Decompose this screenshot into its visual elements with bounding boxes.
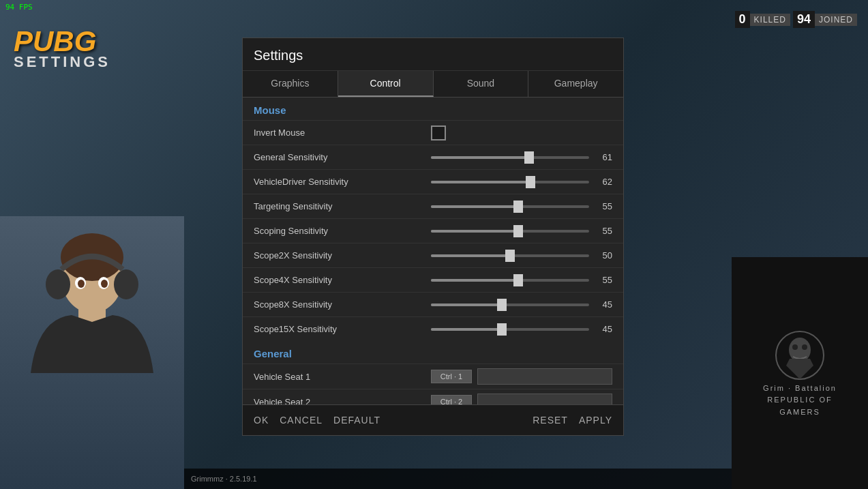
scope4x-sensitivity-slider-container: 55 [431, 275, 612, 285]
scope4x-sensitivity-value: 55 [595, 275, 612, 285]
scope8x-sensitivity-track[interactable] [431, 303, 589, 306]
vehicle-seat-2-extra[interactable] [477, 394, 612, 404]
tab-gameplay[interactable]: Gameplay [528, 71, 623, 97]
scope4x-sensitivity-track[interactable] [431, 279, 589, 282]
scoping-sensitivity-value: 55 [595, 226, 612, 236]
scope2x-sensitivity-value: 50 [595, 250, 612, 261]
scope2x-sensitivity-fill [431, 254, 510, 257]
general-sensitivity-value: 61 [595, 152, 612, 162]
invert-mouse-control [431, 125, 612, 140]
general-sensitivity-track[interactable] [431, 156, 589, 159]
vehicledriver-sensitivity-track[interactable] [431, 181, 589, 183]
targeting-sensitivity-value: 55 [595, 201, 612, 211]
vehicledriver-sensitivity-fill [431, 181, 530, 183]
scoping-sensitivity-fill [431, 230, 518, 233]
vehicledriver-sensitivity-thumb[interactable] [526, 176, 535, 188]
vehicle-seat-1-row: Vehicle Seat 1 Ctrl · 1 [243, 364, 623, 389]
scope8x-sensitivity-fill [431, 303, 502, 306]
scope15x-sensitivity-value: 45 [595, 324, 612, 334]
scope8x-sensitivity-slider-container: 45 [431, 299, 612, 310]
scope4x-sensitivity-label: Scope4X Sensitivity [254, 275, 431, 285]
scope15x-sensitivity-fill [431, 328, 502, 331]
vehicle-seat-2-label: Vehicle Seat 2 [254, 397, 431, 405]
invert-mouse-label: Invert Mouse [254, 128, 431, 138]
pubg-logo: PUBG SETTINGS [14, 27, 110, 71]
targeting-sensitivity-control: 55 [431, 201, 612, 211]
apply-button[interactable]: APPLY [579, 415, 612, 426]
scope15x-sensitivity-track[interactable] [431, 328, 589, 331]
settings-text: SETTINGS [14, 53, 110, 71]
kills-stat: 0 KILLED [735, 11, 790, 28]
general-sensitivity-control: 61 [431, 152, 612, 162]
tab-sound[interactable]: Sound [434, 71, 529, 97]
default-button[interactable]: DEFAULT [333, 415, 380, 426]
scope15x-sensitivity-thumb[interactable] [497, 323, 507, 336]
targeting-sensitivity-label: Targeting Sensitivity [254, 201, 431, 211]
scope2x-sensitivity-label: Scope2X Sensitivity [254, 250, 431, 261]
stats-bar: 0 KILLED 94 JOINED [735, 11, 857, 28]
scope8x-sensitivity-value: 45 [595, 299, 612, 310]
vehicle-seat-2-control: Ctrl · 2 [431, 394, 612, 404]
footer-right-buttons: RESET APPLY [533, 415, 612, 426]
vehicle-seat-1-label: Vehicle Seat 1 [254, 372, 431, 382]
targeting-sensitivity-track[interactable] [431, 205, 589, 208]
joined-count: 94 [793, 11, 815, 28]
scope2x-sensitivity-control: 50 [431, 250, 612, 261]
scoping-sensitivity-control: 55 [431, 226, 612, 236]
scope4x-sensitivity-thumb[interactable] [513, 274, 523, 286]
tab-graphics[interactable]: Graphics [243, 71, 338, 97]
joined-stat: 94 JOINED [793, 11, 857, 28]
vehicle-seat-1-key[interactable]: Ctrl · 1 [431, 370, 472, 383]
grim-battalion-icon [773, 328, 827, 383]
mouse-section-header: Mouse [243, 98, 623, 120]
scope4x-sensitivity-control: 55 [431, 275, 612, 285]
general-section-header: General [243, 341, 623, 364]
invert-mouse-row: Invert Mouse [243, 120, 623, 145]
general-sensitivity-slider-container: 61 [431, 152, 612, 162]
invert-mouse-checkbox[interactable] [431, 125, 446, 140]
vehicle-seat-2-key[interactable]: Ctrl · 2 [431, 395, 472, 404]
cancel-button[interactable]: CANCEL [280, 415, 323, 426]
settings-footer: OK CANCEL DEFAULT RESET APPLY [243, 404, 623, 435]
vehicle-seat-1-control: Ctrl · 1 [431, 368, 612, 385]
targeting-sensitivity-thumb[interactable] [513, 201, 523, 213]
vehicle-seat-2-row: Vehicle Seat 2 Ctrl · 2 [243, 389, 623, 404]
bottom-bar: Grimmmz · 2.5.19.1 [184, 469, 732, 489]
tab-control[interactable]: Control [338, 71, 434, 97]
scoping-sensitivity-label: Scoping Sensitivity [254, 226, 431, 236]
scope8x-sensitivity-thumb[interactable] [497, 299, 507, 311]
svg-point-8 [101, 280, 108, 288]
vehicledriver-sensitivity-slider-container: 62 [431, 177, 612, 187]
targeting-sensitivity-slider-container: 55 [431, 201, 612, 211]
streamer-silhouette [0, 216, 184, 489]
kills-count: 0 [735, 11, 750, 28]
svg-point-3 [46, 269, 70, 299]
svg-point-12 [802, 344, 807, 350]
tabs-container: Graphics Control Sound Gameplay [243, 71, 623, 98]
ok-button[interactable]: OK [254, 415, 269, 426]
vehicle-seat-2-keybind: Ctrl · 2 [431, 394, 612, 404]
targeting-sensitivity-fill [431, 205, 518, 208]
scoping-sensitivity-row: Scoping Sensitivity 55 [243, 218, 623, 243]
scope2x-sensitivity-row: Scope2X Sensitivity 50 [243, 243, 623, 267]
scope15x-sensitivity-row: Scope15X Sensitivity 45 [243, 316, 623, 341]
scope15x-sensitivity-slider-container: 45 [431, 324, 612, 334]
general-sensitivity-thumb[interactable] [524, 151, 534, 164]
reset-button[interactable]: RESET [533, 415, 568, 426]
settings-title: Settings [243, 38, 623, 71]
scope2x-sensitivity-track[interactable] [431, 254, 589, 257]
scope8x-sensitivity-label: Scope8X Sensitivity [254, 299, 431, 310]
bottom-bar-username: Grimmmz · 2.5.19.1 [191, 475, 257, 483]
streamer-cam [0, 216, 184, 489]
scoping-sensitivity-thumb[interactable] [513, 225, 523, 237]
scoping-sensitivity-track[interactable] [431, 230, 589, 233]
settings-dialog: Settings Graphics Control Sound Gameplay… [242, 38, 624, 436]
scoping-sensitivity-slider-container: 55 [431, 226, 612, 236]
scope15x-sensitivity-label: Scope15X Sensitivity [254, 324, 431, 334]
scope2x-sensitivity-thumb[interactable] [505, 250, 515, 262]
vehicledriver-sensitivity-row: VehicleDriver Sensitivity 62 [243, 169, 623, 194]
pubg-text: PUBG [14, 27, 110, 56]
scope8x-sensitivity-control: 45 [431, 299, 612, 310]
vehicle-seat-1-extra[interactable] [477, 368, 612, 385]
settings-content: Mouse Invert Mouse General Sensitivity 6… [243, 98, 623, 404]
